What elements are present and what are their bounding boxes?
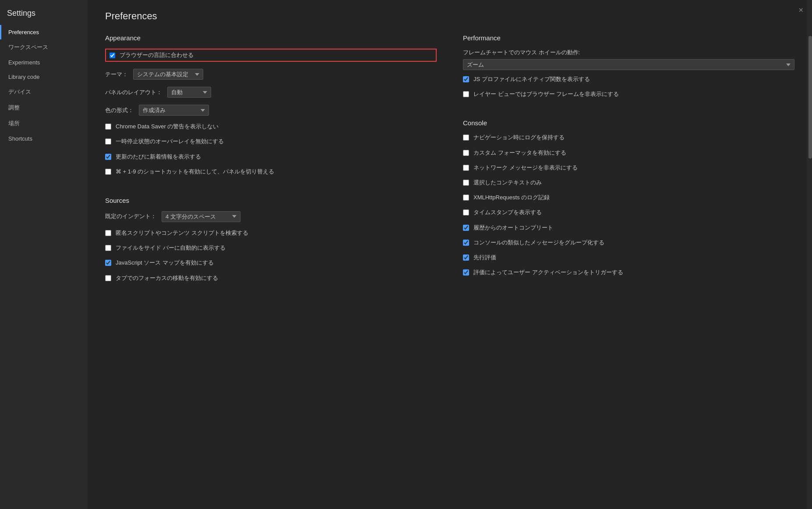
timestamps-checkbox[interactable]: [463, 209, 469, 216]
left-column: Appearance ブラウザーの言語に合わせる テーマ： システムの基本設定: [105, 34, 437, 498]
performance-section: Performance フレームチャートでのマウス ホイールの動作: ズーム J…: [463, 34, 794, 105]
sidebar-item-workspace[interactable]: ワークスペース: [0, 39, 88, 55]
sidebar-item-experiments[interactable]: Experiments: [0, 55, 88, 70]
js-native-checkbox[interactable]: [463, 76, 469, 82]
eager-eval-checkbox[interactable]: [463, 254, 469, 261]
sidebar-title: Settings: [0, 0, 88, 25]
preserve-log-checkbox[interactable]: [463, 134, 469, 141]
js-native-row: JS プロファイルにネイティブ関数を表示する: [463, 75, 794, 83]
hide-network-label: ネットワーク メッセージを非表示にする: [473, 164, 578, 172]
close-button[interactable]: ×: [798, 6, 803, 14]
hide-browser-frames-checkbox[interactable]: [463, 91, 469, 97]
right-column: Performance フレームチャートでのマウス ホイールの動作: ズーム J…: [463, 34, 794, 498]
sidebar-item-devices[interactable]: デバイス: [0, 84, 88, 100]
performance-title: Performance: [463, 34, 794, 42]
scrollbar-track: [807, 0, 812, 509]
theme-row: テーマ： システムの基本設定: [105, 69, 437, 80]
hide-browser-frames-label: レイヤー ビューではブラウザー フレームを非表示にする: [473, 90, 619, 98]
scrollbar-thumb[interactable]: [808, 36, 812, 159]
color-format-label: 色の形式：: [105, 106, 134, 114]
sidebar-item-locations[interactable]: 場所: [0, 116, 88, 131]
show-updates-checkbox[interactable]: [105, 154, 111, 160]
color-format-dropdown[interactable]: 作成済み: [139, 105, 209, 116]
mouse-wheel-row: フレームチャートでのマウス ホイールの動作: ズーム: [463, 49, 794, 70]
auto-reveal-row: ファイルをサイド バーに自動的に表示する: [105, 244, 437, 252]
chrome-data-saver-label: Chrome Data Saver の警告を表示しない: [116, 123, 219, 131]
console-title: Console: [463, 119, 794, 127]
sidebar: Settings Preferences ワークスペース Experiments…: [0, 0, 88, 509]
browser-language-label: ブラウザーの言語に合わせる: [120, 51, 194, 59]
show-updates-row: 更新のたびに新着情報を表示する: [105, 153, 437, 161]
page-title: Preferences: [105, 11, 794, 22]
custom-formatter-checkbox[interactable]: [463, 150, 469, 156]
xmlhttp-label: XMLHttpRequests のログ記録: [473, 194, 550, 201]
tab-focus-checkbox[interactable]: [105, 275, 111, 281]
selected-context-row: 選択したコンテキストのみ: [463, 179, 794, 187]
preserve-log-label: ナビゲーション時にログを保持する: [473, 134, 565, 141]
group-similar-checkbox[interactable]: [463, 240, 469, 246]
show-updates-label: 更新のたびに新着情報を表示する: [116, 153, 201, 161]
autocomplete-row: 履歴からのオートコンプリート: [463, 224, 794, 232]
default-indent-label: 既定のインデント：: [105, 212, 156, 220]
default-indent-dropdown[interactable]: 4 文字分のスペース: [162, 211, 240, 222]
timestamps-row: タイムスタンプを表示する: [463, 209, 794, 216]
custom-formatter-row: カスタム フォーマッタを有効にする: [463, 149, 794, 157]
eager-eval-row: 先行評価: [463, 254, 794, 262]
group-similar-row: コンソールの類似したメッセージをグループ化する: [463, 239, 794, 247]
sidebar-item-shortcuts[interactable]: Shortcuts: [0, 131, 88, 146]
console-section: Console ナビゲーション時にログを保持する カスタム フォーマッタを有効に…: [463, 119, 794, 283]
auto-reveal-checkbox[interactable]: [105, 245, 111, 251]
sidebar-item-library-code[interactable]: Library code: [0, 70, 88, 84]
js-sourcemaps-row: JavaScript ソース マップを有効にする: [105, 259, 437, 267]
color-format-row: 色の形式： 作成済み: [105, 105, 437, 116]
pause-overlay-row: 一時停止状態のオーバーレイを無効にする: [105, 138, 437, 145]
xmlhttp-row: XMLHttpRequests のログ記録: [463, 194, 794, 201]
selected-context-checkbox[interactable]: [463, 180, 469, 186]
timestamps-label: タイムスタンプを表示する: [473, 209, 542, 216]
panel-layout-label: パネルのレイアウト：: [105, 88, 162, 96]
autocomplete-checkbox[interactable]: [463, 225, 469, 231]
theme-dropdown[interactable]: システムの基本設定: [133, 69, 203, 80]
autocomplete-label: 履歴からのオートコンプリート: [473, 224, 553, 232]
sources-title: Sources: [105, 197, 437, 204]
panel-layout-dropdown[interactable]: 自動: [167, 87, 211, 98]
mouse-wheel-label: フレームチャートでのマウス ホイールの動作:: [463, 49, 794, 57]
sidebar-item-throttling[interactable]: 調整: [0, 100, 88, 116]
js-native-label: JS プロファイルにネイティブ関数を表示する: [473, 75, 590, 83]
user-activation-checkbox[interactable]: [463, 269, 469, 276]
hide-network-checkbox[interactable]: [463, 165, 469, 171]
shortcut-switch-label: ⌘ + 1-9 のショートカットを有効にして、パネルを切り替える: [116, 168, 274, 176]
xmlhttp-checkbox[interactable]: [463, 194, 469, 201]
mouse-wheel-dropdown[interactable]: ズーム: [463, 59, 794, 70]
custom-formatter-label: カスタム フォーマッタを有効にする: [473, 149, 566, 157]
appearance-section: Appearance ブラウザーの言語に合わせる テーマ： システムの基本設定: [105, 34, 437, 183]
chrome-data-saver-checkbox[interactable]: [105, 124, 111, 130]
selected-context-label: 選択したコンテキストのみ: [473, 179, 542, 187]
user-activation-row: 評価によってユーザー アクティベーションをトリガーする: [463, 269, 794, 276]
panel-layout-row: パネルのレイアウト： 自動: [105, 87, 437, 98]
chrome-data-saver-row: Chrome Data Saver の警告を表示しない: [105, 123, 437, 131]
shortcut-switch-checkbox[interactable]: [105, 169, 111, 175]
anon-scripts-row: 匿名スクリプトやコンテンツ スクリプトを検索する: [105, 229, 437, 237]
browser-language-checkbox[interactable]: [109, 53, 115, 58]
appearance-title: Appearance: [105, 34, 437, 42]
shortcut-switch-row: ⌘ + 1-9 のショートカットを有効にして、パネルを切り替える: [105, 168, 437, 176]
user-activation-label: 評価によってユーザー アクティベーションをトリガーする: [473, 269, 623, 276]
sidebar-item-preferences[interactable]: Preferences: [0, 25, 88, 39]
group-similar-label: コンソールの類似したメッセージをグループ化する: [473, 239, 604, 247]
js-sourcemaps-checkbox[interactable]: [105, 260, 111, 266]
anon-scripts-checkbox[interactable]: [105, 230, 111, 236]
content-grid: Appearance ブラウザーの言語に合わせる テーマ： システムの基本設定: [105, 34, 794, 498]
eager-eval-label: 先行評価: [473, 254, 496, 262]
settings-window: Settings Preferences ワークスペース Experiments…: [0, 0, 812, 509]
pause-overlay-checkbox[interactable]: [105, 138, 111, 145]
sources-section: Sources 既定のインデント： 4 文字分のスペース 匿名スクリプトやコンテ…: [105, 197, 437, 289]
tab-focus-row: タブでのフォーカスの移動を有効にする: [105, 274, 437, 282]
anon-scripts-label: 匿名スクリプトやコンテンツ スクリプトを検索する: [116, 229, 248, 237]
pause-overlay-label: 一時停止状態のオーバーレイを無効にする: [116, 138, 224, 145]
theme-label: テーマ：: [105, 71, 128, 78]
js-sourcemaps-label: JavaScript ソース マップを有効にする: [116, 259, 214, 267]
tab-focus-label: タブでのフォーカスの移動を有効にする: [116, 274, 218, 282]
default-indent-row: 既定のインデント： 4 文字分のスペース: [105, 211, 437, 222]
auto-reveal-label: ファイルをサイド バーに自動的に表示する: [116, 244, 226, 252]
